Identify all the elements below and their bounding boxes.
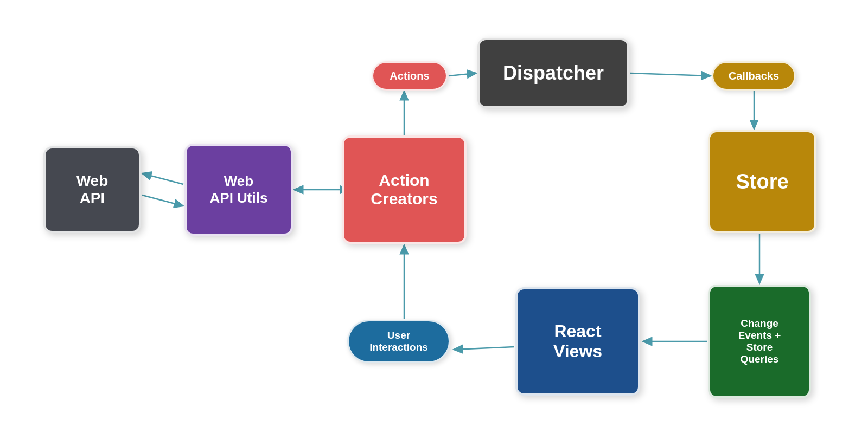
actions-pill: Actions [372,61,448,91]
action-creators-label: Action Creators [371,171,437,208]
store-node: Store [708,130,816,233]
change-events-label: Change Events + Store Queries [738,318,781,365]
web-api-label: Web API [76,172,108,207]
callbacks-label: Callbacks [729,70,779,82]
svg-line-2 [449,73,476,76]
dispatcher-node: Dispatcher [477,38,629,108]
flux-diagram: Dispatcher Actions Action Creators Web A… [0,0,868,433]
user-interactions-label: User Interactions [369,329,428,353]
user-interactions-pill: User Interactions [347,320,450,363]
svg-line-7 [454,347,514,350]
react-views-label: React Views [553,321,602,361]
dispatcher-label: Dispatcher [503,62,604,85]
change-events-node: Change Events + Store Queries [708,285,811,398]
web-api-node: Web API [43,146,141,233]
svg-line-11 [142,173,183,184]
svg-line-12 [142,195,183,206]
react-views-node: React Views [515,287,640,396]
svg-line-3 [630,73,711,76]
actions-label: Actions [390,70,429,82]
callbacks-pill: Callbacks [712,61,796,91]
store-label: Store [736,170,788,193]
web-api-utils-node: Web API Utils [184,144,293,236]
web-api-utils-label: Web API Utils [210,173,268,206]
action-creators-node: Action Creators [342,135,467,244]
